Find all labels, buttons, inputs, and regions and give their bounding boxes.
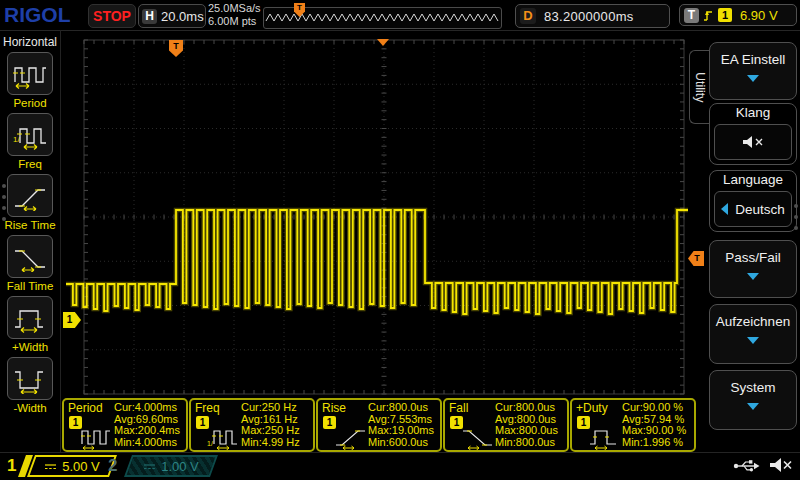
delay-center-marker-icon	[377, 39, 389, 46]
oscilloscope-screen: RIGOL STOP H 20.0ms 25.0MSa/s 6.00M pts …	[0, 0, 800, 480]
waveform-display	[0, 0, 800, 480]
